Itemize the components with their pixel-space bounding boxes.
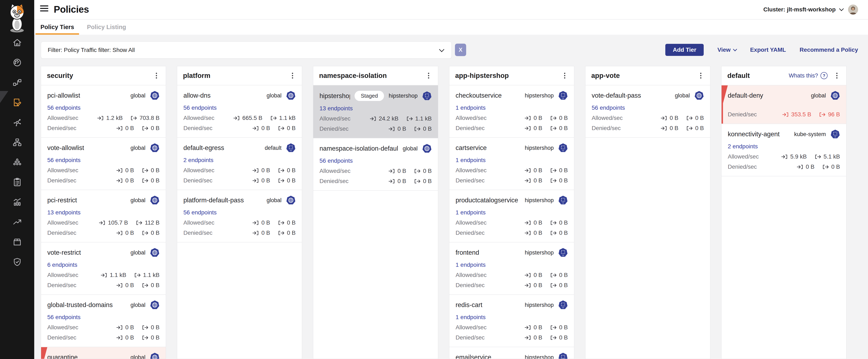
policy-card-redis-cart[interactable]: redis-carthipstershopns1 endpointsAllowe… <box>450 295 574 347</box>
egress-value: 0 B <box>142 177 159 184</box>
egress-icon <box>550 168 557 173</box>
stat-label: Allowed/sec <box>728 153 759 160</box>
ingress-icon <box>116 325 123 330</box>
cluster-selector[interactable]: Cluster: jlt-msft-workshop <box>764 0 843 19</box>
policy-card-checkoutservice[interactable]: checkoutservicehipstershopns1 endpointsA… <box>450 85 574 138</box>
endpoints-link[interactable]: 1 endpoints <box>456 314 486 321</box>
stat-label: Allowed/sec <box>456 167 487 174</box>
chevron-down-icon <box>839 6 844 11</box>
policy-card-global-trusted-domains[interactable]: global-trusted-domainsglobal56 endpoints… <box>41 295 166 347</box>
menu-icon[interactable] <box>40 5 49 14</box>
policy-card-quarantine[interactable]: quarantineglobal0 endpoints <box>41 347 166 359</box>
endpoints-link[interactable]: 56 endpoints <box>47 157 81 164</box>
endpoints-link[interactable]: 1 endpoints <box>456 105 486 111</box>
policy-card-productcatalogservice[interactable]: productcatalogservicehipstershopns1 endp… <box>450 190 574 243</box>
policy-card-cartservice[interactable]: cartservicehipstershopns1 endpointsAllow… <box>450 138 574 190</box>
endpoints-link[interactable]: 56 endpoints <box>319 158 353 164</box>
egress-icon <box>142 168 148 173</box>
policy-card-allow-dns[interactable]: allow-dnsglobal56 endpointsAllowed/sec66… <box>177 85 302 138</box>
egress-value: 0 B <box>550 272 568 278</box>
endpoints-link[interactable]: 56 endpoints <box>592 105 625 111</box>
ingress-value: 0 B <box>252 229 270 236</box>
egress-icon <box>815 154 821 159</box>
allowed-per-sec-row: Allowed/sec1.1 kB1.1 kB <box>47 272 159 278</box>
scope-label: hipstershop <box>525 197 554 203</box>
tier-menu-kebab-icon[interactable] <box>425 72 432 79</box>
endpoints-link[interactable]: 1 endpoints <box>456 261 486 268</box>
policy-card-pci-allowlist[interactable]: pci-allowlistglobal56 endpointsAllowed/s… <box>41 85 166 138</box>
sidebar-item-compliance[interactable] <box>12 177 22 187</box>
endpoints-link[interactable]: 2 endpoints <box>728 143 758 150</box>
egress-icon <box>550 178 557 183</box>
denied-per-sec-row: Denied/sec0 B0 B <box>456 282 568 288</box>
tier-menu-kebab-icon[interactable] <box>153 72 160 79</box>
policy-card-hipstershop-gh[interactable]: hipstershop-gh…Stagedhipstershopns13 end… <box>313 85 438 138</box>
egress-value: 112 B <box>136 219 159 226</box>
flow-logs-icon <box>12 78 22 87</box>
policy-card-vote-default-pass[interactable]: vote-default-passglobal56 endpointsAllow… <box>585 85 710 138</box>
sidebar-item-threat-trend[interactable] <box>12 217 22 227</box>
endpoints-link[interactable]: 2 endpoints <box>183 157 214 164</box>
tab-policy-listing[interactable]: Policy Listing <box>82 20 131 35</box>
policy-card-emailservice[interactable]: emailservicehipstershopns1 endpointsAllo… <box>450 347 574 359</box>
tier-menu-kebab-icon[interactable] <box>697 72 704 79</box>
endpoints-link[interactable]: 1 endpoints <box>456 209 486 216</box>
policy-card-konnectivity-agent[interactable]: konnectivity-agentkube-systemns2 endpoin… <box>721 124 846 176</box>
sidebar-item-policies[interactable] <box>12 98 22 107</box>
endpoints-link[interactable]: 1 endpoints <box>456 157 486 164</box>
policy-card-namespace-isolation-default-p[interactable]: namespace-isolation-default-p…global56 e… <box>313 138 438 191</box>
egress-value: 0 B <box>550 125 568 132</box>
policy-card-vote-allowlist[interactable]: vote-allowlistglobal56 endpointsAllowed/… <box>41 138 166 190</box>
sidebar-item-packages[interactable] <box>12 237 22 247</box>
policy-card-default-egress[interactable]: default-egressdefaultns2 endpointsAllowe… <box>177 138 302 190</box>
allowed-per-sec-row: Allowed/sec0 B0 B <box>183 219 296 226</box>
endpoints-link[interactable]: 56 endpoints <box>183 209 217 216</box>
whats-this-link[interactable]: Whats this?? <box>789 72 828 79</box>
sidebar-item-cluster[interactable] <box>12 158 22 167</box>
sidebar-item-service-graph[interactable] <box>12 118 22 127</box>
avatar[interactable] <box>848 5 858 15</box>
sidebar-item-reports[interactable] <box>12 197 22 207</box>
endpoints-link[interactable]: 56 endpoints <box>183 105 217 111</box>
ingress-value: 665.5 B <box>234 115 262 121</box>
policy-card-default-deny[interactable]: default-denyglobalDenied/sec353.5 B96 B <box>721 85 846 124</box>
endpoints-link[interactable]: 56 endpoints <box>47 105 81 111</box>
endpoints-link[interactable]: 6 endpoints <box>47 261 78 268</box>
clear-filter-button[interactable]: X <box>455 44 466 56</box>
policy-name: pci-restrict <box>47 196 77 204</box>
egress-value: 0 B <box>278 167 296 174</box>
policy-card-pci-restrict[interactable]: pci-restrictglobal13 endpointsAllowed/se… <box>41 190 166 243</box>
tier-menu-kebab-icon[interactable] <box>561 72 568 79</box>
tier-column-platform: platformallow-dnsglobal56 endpointsAllow… <box>177 66 302 359</box>
egress-icon <box>278 126 284 131</box>
policy-card-platform-default-pass[interactable]: platform-default-passglobal56 endpointsA… <box>177 190 302 243</box>
endpoints-link[interactable]: 13 endpoints <box>47 209 81 216</box>
ingress-value: 0 B <box>116 282 134 288</box>
sidebar-item-dashboard[interactable] <box>12 58 22 67</box>
sidebar-item-network-sets[interactable] <box>12 138 22 147</box>
tier-menu-kebab-icon[interactable] <box>289 72 296 79</box>
endpoints-link[interactable]: 56 endpoints <box>47 314 81 321</box>
view-menu-button[interactable]: View <box>717 47 736 53</box>
sidebar-item-security-shield[interactable] <box>12 257 22 267</box>
sidebar-item-home[interactable] <box>12 38 22 47</box>
stat-label: Allowed/sec <box>456 324 487 331</box>
tier-menu-kebab-icon[interactable] <box>833 72 840 79</box>
sidebar-nav <box>0 38 34 267</box>
ingress-value: 0 B <box>525 334 542 341</box>
ingress-value: 0 B <box>525 324 542 331</box>
tab-policy-tiers[interactable]: Policy Tiers <box>35 20 79 35</box>
policy-card-frontend[interactable]: frontendhipstershopns1 endpointsAllowed/… <box>450 243 574 295</box>
policy-name: hipstershop-gh… <box>319 92 350 100</box>
policy-traffic-filter-select[interactable]: Filter: Policy Traffic filter: Show All <box>41 42 452 59</box>
add-tier-button[interactable]: Add Tier <box>665 44 704 56</box>
sidebar-item-flow-logs[interactable] <box>12 78 22 87</box>
recommend-policy-button[interactable]: Recommend a Policy <box>800 47 858 53</box>
egress-value: 0 B <box>550 177 568 184</box>
export-yaml-button[interactable]: Export YAML <box>750 47 786 53</box>
endpoints-link[interactable]: 13 endpoints <box>319 105 353 112</box>
stat-label: Denied/sec <box>456 125 485 132</box>
policy-card-vote-restrict[interactable]: vote-restrictglobal6 endpointsAllowed/se… <box>41 243 166 295</box>
ingress-icon <box>116 126 123 131</box>
allowed-per-sec-row: Allowed/sec665.5 B1.1 kB <box>183 115 296 121</box>
